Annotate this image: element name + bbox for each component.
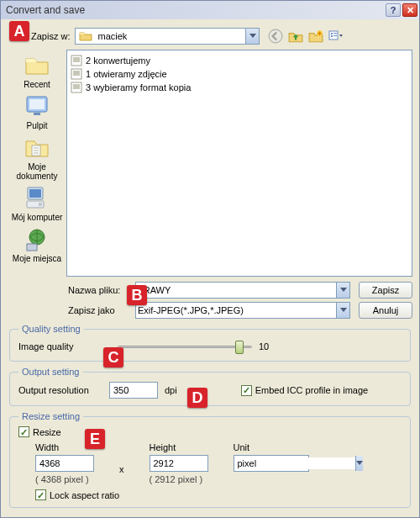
slider-thumb[interactable] [235,341,244,354]
filename-dropdown-button[interactable] [336,283,349,298]
saveas-combo[interactable] [135,302,350,319]
resize-setting-group: Resize setting E ✓ Resize Width ( 4368 p… [9,411,411,508]
sidebar-item-recent[interactable]: Recent [8,51,66,89]
lock-aspect-label: Lock aspect ratio [50,490,119,500]
slider-track [118,346,252,348]
svg-rect-20 [73,71,80,76]
svg-rect-9 [34,113,40,115]
svg-rect-4 [331,35,333,37]
unit-select[interactable] [234,455,309,472]
quality-legend: Quality setting [18,324,84,334]
desktop-icon [24,92,50,119]
resize-checkbox[interactable]: ✓ Resize [18,426,402,437]
filename-combo[interactable] [135,282,350,299]
new-folder-button[interactable] [308,29,323,44]
sidebar-item-computer[interactable]: Mój komputer [8,184,66,222]
chevron-down-icon [249,34,256,39]
list-item[interactable]: 3 wybieramy format kopia [71,81,408,94]
height-label: Height [150,442,208,452]
new-folder-icon [308,29,323,44]
unit-dropdown-button[interactable] [355,456,363,471]
sidebar-item-documents[interactable]: Moje dokumenty [8,134,66,181]
save-in-combo[interactable] [75,28,260,45]
unit-input[interactable] [234,457,355,469]
resize-legend: Resize setting [18,411,83,421]
back-arrow-icon [268,29,283,44]
svg-point-0 [270,29,283,43]
annotation-d: D [187,388,207,408]
view-menu-icon [328,29,344,43]
chevron-down-icon [340,308,347,313]
file-icon [71,55,82,66]
quality-setting-group: Quality setting C Image quality 10 [9,324,411,362]
embed-icc-label: Embed ICC profile in image [255,385,369,395]
file-list[interactable]: 2 konwertujemy 1 otwieramy zdjęcie 3 wyb… [66,50,412,277]
folder-icon [79,29,92,43]
image-quality-label: Image quality [18,341,111,352]
list-item-label: 1 otwieramy zdjęcie [86,69,167,79]
filename-label: Nazwa pliku: [68,285,135,295]
file-icon [71,68,82,80]
save-button[interactable]: Zapisz [359,282,412,299]
up-folder-button[interactable] [288,29,303,44]
svg-rect-22 [73,84,80,89]
output-resolution-label: Output resolution [18,385,102,395]
up-folder-icon [288,29,303,44]
svg-rect-14 [39,203,42,206]
width-pixel-text: ( 4368 pixel ) [35,474,94,484]
svg-rect-16 [27,244,37,251]
annotation-a: A [9,21,29,41]
output-legend: Output setting [18,367,83,377]
svg-rect-18 [73,57,80,62]
sidebar-item-label: Mój komputer [12,213,63,222]
sidebar-item-network[interactable]: Moje miejsca [8,225,66,263]
svg-rect-5 [333,33,337,34]
annotation-c: C [103,347,123,367]
sidebar-item-desktop[interactable]: Pulpit [8,92,66,130]
cancel-button[interactable]: Anuluj [359,302,412,319]
window-title: Convert and save [6,4,384,16]
sidebar-item-label: Moje miejsca [13,254,61,263]
quality-value: 10 [259,341,269,352]
list-item[interactable]: 2 konwertujemy [71,54,408,67]
saveas-dropdown-button[interactable] [336,303,349,318]
view-menu-button[interactable] [328,29,344,44]
list-item-label: 3 wybieramy format kopia [86,82,191,92]
list-item[interactable]: 1 otwieramy zdjęcie [71,67,408,81]
dimension-separator: x [119,464,124,474]
lock-aspect-checkbox[interactable]: ✓ Lock aspect ratio [35,489,402,500]
output-resolution-input[interactable] [109,382,158,399]
annotation-e: E [85,429,105,449]
help-button[interactable]: ? [386,3,401,17]
saveas-label: Zapisz jako [68,305,135,315]
chevron-down-icon [356,461,363,466]
svg-rect-8 [29,99,45,109]
svg-rect-12 [29,189,41,198]
save-in-dropdown-button[interactable] [245,29,259,44]
chevron-down-icon [340,288,347,293]
svg-rect-3 [331,33,333,34]
filename-input[interactable] [136,283,336,298]
sidebar-item-label: Recent [24,80,50,89]
recent-folder-icon [24,51,50,78]
quality-slider[interactable] [118,339,252,354]
sidebar-item-label: Moje dokumenty [8,162,66,181]
sidebar-item-label: Pulpit [26,121,47,130]
height-input[interactable] [150,455,208,472]
save-in-label: Zapisz w: [31,31,70,41]
file-icon [71,82,82,93]
width-input[interactable] [35,455,94,472]
resize-label: Resize [33,427,61,437]
height-pixel-text: ( 2912 pixel ) [150,474,208,484]
close-button[interactable]: ✕ [402,3,417,17]
network-icon [24,225,50,252]
list-item-label: 2 konwertujemy [86,56,150,66]
embed-icc-checkbox[interactable]: ✓ Embed ICC profile in image [241,385,369,396]
save-in-input[interactable] [96,29,245,44]
back-button[interactable] [268,29,283,44]
unit-label: Unit [234,442,309,452]
documents-icon [24,134,50,161]
computer-icon [24,184,50,211]
saveas-input[interactable] [136,303,336,318]
dpi-label: dpi [165,385,177,395]
